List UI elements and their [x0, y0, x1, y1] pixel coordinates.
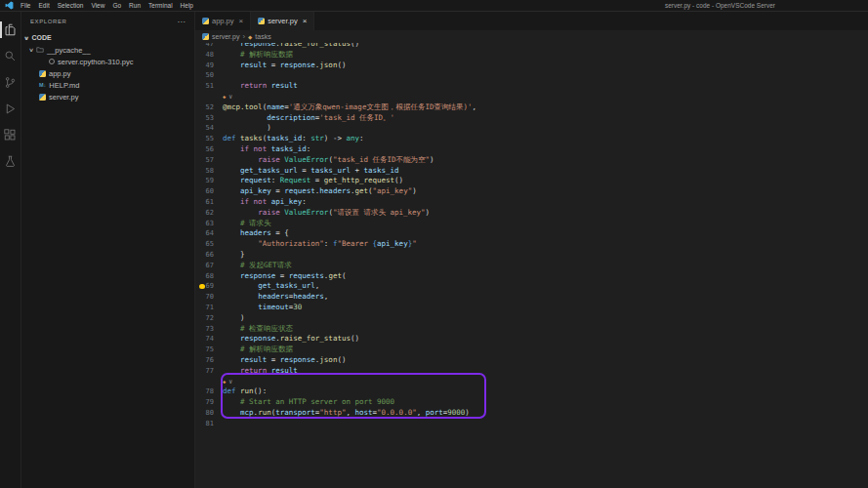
line-number[interactable]: 60	[195, 186, 217, 197]
line-number[interactable]: 50	[195, 70, 217, 81]
activity-testing[interactable]	[0, 148, 21, 175]
code-row[interactable]: 66 }	[195, 250, 868, 261]
activity-source-control[interactable]	[0, 69, 21, 96]
menu-terminal[interactable]: Terminal	[145, 2, 177, 9]
more-actions-icon[interactable]: ⋯	[177, 18, 186, 26]
line-number[interactable]: 67	[195, 261, 217, 271]
line-number[interactable]: 59	[195, 176, 217, 186]
line-number[interactable]: 66	[195, 250, 217, 261]
code-row[interactable]: 50	[195, 70, 868, 81]
menu-file[interactable]: File	[17, 2, 34, 9]
tab-app-py[interactable]: app.py×	[195, 12, 251, 30]
code-row[interactable]: 61 if not api_key:	[195, 197, 868, 208]
code-row[interactable]: 59 request: Request = get_http_request()	[195, 176, 868, 186]
line-number[interactable]: 52	[195, 102, 217, 113]
line-number[interactable]: 72	[195, 313, 217, 324]
activity-explorer[interactable]	[0, 17, 21, 43]
code-row[interactable]: 52@mcp.tool(name='通义万象qwen-image文生图，根据任务…	[195, 102, 868, 113]
menu-help[interactable]: Help	[177, 2, 197, 9]
code-lens-row[interactable]: ◆∨	[195, 92, 868, 102]
line-number[interactable]: 62	[195, 208, 217, 219]
line-number[interactable]: 51	[195, 81, 217, 92]
menu-view[interactable]: View	[87, 2, 108, 9]
code-row[interactable]: 68 response = requests.get(	[195, 271, 868, 282]
code-row[interactable]: 53 description='task_id 任务ID。'	[195, 113, 868, 124]
line-number[interactable]: 47	[195, 43, 217, 50]
menu-edit[interactable]: Edit	[34, 2, 53, 9]
line-number[interactable]: 71	[195, 303, 217, 313]
code-row[interactable]: 49 result = response.json()	[195, 61, 868, 71]
code-row[interactable]: 64 headers = {	[195, 228, 868, 239]
close-icon[interactable]: ×	[239, 17, 244, 25]
code-row[interactable]: 73 # 检查响应状态	[195, 324, 868, 335]
menu-run[interactable]: Run	[125, 2, 145, 9]
lightbulb-icon[interactable]	[199, 284, 205, 290]
line-number[interactable]: 70	[195, 292, 217, 303]
code-lens-row[interactable]: ◆∨	[195, 377, 868, 387]
code-row[interactable]: 47 response.raise_for_status()	[195, 43, 868, 50]
code-row[interactable]: 77 return result	[195, 366, 868, 377]
line-number[interactable]: 55	[195, 134, 217, 144]
line-number[interactable]: 48	[195, 50, 217, 61]
code-area[interactable]: 47 response.raise_for_status()48 # 解析响应数…	[195, 43, 868, 488]
code-row[interactable]: 63 # 请求头	[195, 219, 868, 229]
line-number[interactable]: 61	[195, 197, 217, 208]
code-row[interactable]: 58 get_tasks_url = tasks_url + tasks_id	[195, 166, 868, 177]
line-number[interactable]: 79	[195, 397, 217, 408]
code-row[interactable]: 51 return result	[195, 81, 868, 92]
tree-item-help-md[interactable]: M↓HELP.md	[21, 79, 194, 91]
code-row[interactable]: 81	[195, 419, 868, 429]
code-row[interactable]: 62 raise ValueError("请设置 请求头 api_key")	[195, 208, 868, 219]
line-number[interactable]: 49	[195, 61, 217, 71]
activity-search[interactable]	[0, 43, 21, 69]
tree-item-app-py[interactable]: app.py	[21, 67, 194, 79]
line-number[interactable]: 80	[195, 408, 217, 419]
code-row[interactable]: 80 mcp.run(transport="http", host="0.0.0…	[195, 408, 868, 419]
line-number[interactable]: 53	[195, 113, 217, 124]
tab-server-py[interactable]: server.py×	[251, 12, 314, 30]
line-number[interactable]: 74	[195, 334, 217, 345]
line-number[interactable]: 63	[195, 219, 217, 229]
line-number[interactable]: 56	[195, 144, 217, 155]
activity-extensions[interactable]	[0, 122, 21, 148]
chevron-down-icon[interactable]: ∨	[228, 93, 232, 101]
close-icon[interactable]: ×	[303, 17, 308, 25]
code-row[interactable]: 60 api_key = request.headers.get("api_ke…	[195, 186, 868, 197]
code-row[interactable]: 79 # Start an HTTP server on port 9000	[195, 397, 868, 408]
line-number[interactable]: 69	[195, 281, 217, 292]
chevron-down-icon[interactable]: ∨	[228, 378, 232, 386]
code-row[interactable]: 54 )	[195, 123, 868, 134]
tree-item-pycache[interactable]: ∨__pycache__	[21, 44, 194, 56]
code-row[interactable]: 48 # 解析响应数据	[195, 50, 868, 61]
code-row[interactable]: 56 if not tasks_id:	[195, 144, 868, 155]
code-row[interactable]: 72 )	[195, 313, 868, 324]
line-number[interactable]: 73	[195, 324, 217, 335]
tree-item-server-py[interactable]: server.py	[21, 91, 194, 102]
line-number[interactable]: 68	[195, 271, 217, 282]
code-row[interactable]: 65 "Authorization": f"Bearer {api_key}"	[195, 239, 868, 250]
line-number[interactable]: 54	[195, 123, 217, 134]
sidebar-section-code[interactable]: ∨ CODE	[21, 31, 194, 44]
line-number[interactable]: 57	[195, 155, 217, 166]
line-number[interactable]: 64	[195, 228, 217, 239]
line-number[interactable]: 77	[195, 366, 217, 377]
line-number[interactable]: 76	[195, 355, 217, 366]
code-row[interactable]: 74 response.raise_for_status()	[195, 334, 868, 345]
breadcrumb-file[interactable]: server.py	[212, 33, 239, 40]
code-row[interactable]: 71 timeout=30	[195, 303, 868, 313]
menu-go[interactable]: Go	[108, 2, 125, 9]
code-row[interactable]: 76 result = response.json()	[195, 355, 868, 366]
line-number[interactable]: 81	[195, 419, 217, 429]
breadcrumb-symbol[interactable]: tasks	[255, 33, 270, 40]
line-number[interactable]: 58	[195, 166, 217, 177]
code-row[interactable]: 75 # 解析响应数据	[195, 345, 868, 355]
line-number[interactable]: 78	[195, 386, 217, 397]
line-number[interactable]: 75	[195, 345, 217, 355]
code-row[interactable]: 70 headers=headers,	[195, 292, 868, 303]
activity-run-debug[interactable]	[0, 96, 21, 122]
code-row[interactable]: 69 get_tasks_url,	[195, 281, 868, 292]
code-row[interactable]: 57 raise ValueError("task_id 任务ID不能为空")	[195, 155, 868, 166]
menu-selection[interactable]: Selection	[54, 2, 88, 9]
code-row[interactable]: 67 # 发起GET请求	[195, 261, 868, 271]
tree-item-server-cpython-310-pyc[interactable]: server.cpython-310.pyc	[21, 56, 194, 67]
